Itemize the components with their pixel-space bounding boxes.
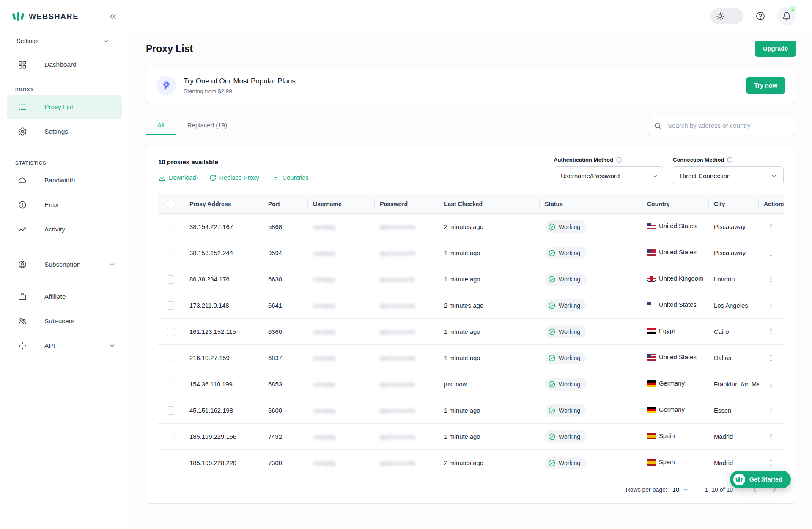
row-actions-menu-button[interactable] [764, 430, 778, 444]
sidebar-item-affiliate[interactable]: Affiliate [7, 284, 122, 309]
cell-actions [759, 345, 784, 371]
row-actions-menu-button[interactable] [764, 272, 778, 287]
rows-per-page-select[interactable]: 10 [672, 486, 689, 493]
row-checkbox[interactable] [167, 249, 175, 257]
theme-toggle[interactable] [710, 8, 743, 24]
cell-country: United States [642, 345, 709, 371]
sidebar-item-settings[interactable]: Settings [7, 119, 122, 144]
masked-password: djw2sndvur9d [380, 276, 415, 283]
user-circle-icon [17, 259, 27, 270]
row-checkbox[interactable] [167, 459, 175, 467]
kebab-menu-icon [767, 275, 775, 284]
row-checkbox[interactable] [167, 433, 175, 441]
countries-button[interactable]: Countries [272, 174, 309, 182]
search-input[interactable] [648, 116, 796, 135]
cell-last-checked: 2 minutes ago [439, 292, 540, 319]
row-actions-menu-button[interactable] [764, 351, 778, 365]
connection-method-label: Connection Method [673, 157, 724, 163]
webshare-logo[interactable]: WEBSHARE [12, 11, 79, 22]
chevron-down-icon [770, 172, 778, 180]
sidebar-item-api[interactable]: API [7, 333, 122, 358]
cell-country: United Kingdom [642, 266, 709, 292]
select-all-checkbox[interactable] [167, 200, 175, 208]
cell-country: Egypt [642, 319, 709, 345]
row-actions-menu-button[interactable] [764, 220, 778, 234]
connection-method-select[interactable]: Direct Connection [673, 166, 784, 185]
check-circle-icon [548, 354, 556, 362]
sidebar-item-error[interactable]: Error [7, 193, 122, 217]
masked-username: swrklpbp [313, 355, 335, 361]
table-header-row: Proxy AddressPortUsernamePasswordLast Ch… [158, 194, 784, 214]
pagination-range: 1–10 of 10 [705, 486, 733, 493]
masked-username: swrklpbp [313, 329, 335, 335]
help-button[interactable] [754, 9, 767, 23]
proxy-tabs: All Replaced (19) [146, 116, 239, 135]
row-actions-menu-button[interactable] [764, 377, 778, 391]
cell-proxy-address: 86.38.234.176 [184, 266, 263, 292]
notifications-button[interactable]: 1 [777, 7, 796, 25]
row-checkbox[interactable] [167, 301, 175, 310]
sidebar-item-dashboard[interactable]: Dashboard [7, 52, 122, 77]
check-circle-icon [548, 459, 556, 467]
check-circle-icon [548, 380, 556, 388]
row-actions-menu-button[interactable] [764, 403, 778, 418]
authentication-method-select[interactable]: Username/Password [554, 166, 664, 185]
cell-last-checked: 1 minute ago [439, 424, 540, 450]
refresh-icon [209, 174, 217, 182]
masked-username: swrklpbp [313, 303, 335, 309]
row-actions-menu-button[interactable] [764, 246, 778, 260]
sidebar-item-label: Proxy List [44, 103, 73, 111]
tab-all[interactable]: All [146, 116, 176, 135]
cell-actions [759, 397, 784, 424]
replace-proxy-button[interactable]: Replace Proxy [209, 174, 259, 182]
cell-actions [759, 424, 784, 450]
sidebar-collapse-button[interactable] [107, 11, 119, 22]
row-checkbox[interactable] [167, 223, 175, 231]
cell-password: djw2sndvur9d [375, 266, 439, 292]
dashboard-icon [17, 60, 27, 70]
sun-icon [716, 12, 724, 20]
masked-username: swrklpbp [313, 460, 335, 466]
row-checkbox[interactable] [167, 275, 175, 284]
app-root: WEBSHARE Settings Dashboard PROXY [0, 0, 812, 529]
row-actions-menu-button[interactable] [764, 298, 778, 313]
sidebar-item-subscription[interactable]: Subscription [7, 252, 122, 277]
sidebar-nav: Dashboard PROXY Proxy List Settings STAT… [0, 52, 129, 529]
users-icon [17, 316, 27, 326]
row-actions-menu-button[interactable] [764, 325, 778, 339]
list-icon [17, 102, 27, 112]
get-started-button[interactable]: Get Started [730, 471, 791, 488]
sidebar-item-bandwidth[interactable]: Bandwidth [7, 168, 122, 193]
sidebar-section-statistics: STATISTICS [15, 160, 129, 165]
sidebar-settings-dropdown[interactable]: Settings [0, 33, 129, 49]
row-checkbox[interactable] [167, 328, 175, 336]
cell-country: Spain [642, 450, 709, 476]
cell-password: djw2sndvur9d [375, 450, 439, 476]
sidebar-item-sub-users[interactable]: Sub-users [7, 309, 122, 333]
tab-replaced[interactable]: Replaced (19) [176, 116, 239, 135]
sidebar-item-activity[interactable]: Activity [7, 217, 122, 242]
row-checkbox[interactable] [167, 354, 175, 362]
sidebar-item-proxy-list[interactable]: Proxy List [7, 95, 122, 119]
status-badge: Working [545, 378, 586, 391]
webshare-logo-icon [12, 11, 25, 22]
kebab-menu-icon [767, 328, 775, 336]
api-icon [17, 341, 27, 351]
status-badge: Working [545, 457, 586, 469]
sidebar-item-label: Activity [44, 226, 65, 233]
cell-username: swrklpbp [308, 424, 375, 450]
masked-password: djw2sndvur9d [380, 250, 415, 256]
cell-username: swrklpbp [308, 214, 375, 240]
row-actions-menu-button[interactable] [764, 456, 778, 470]
row-checkbox[interactable] [167, 380, 175, 388]
row-checkbox[interactable] [167, 406, 175, 415]
cell-city: Essen [709, 397, 759, 424]
upgrade-button[interactable]: Upgrade [755, 41, 796, 57]
check-circle-icon [548, 407, 556, 414]
proxy-table-body: 38.154.227.167 5868 swrklpbp djw2sndvur9… [158, 214, 784, 476]
try-now-button[interactable]: Try now [746, 77, 785, 94]
download-button[interactable]: Download [158, 174, 196, 182]
cell-last-checked: 1 minute ago [439, 345, 540, 371]
column-header-last-checked: Last Checked [439, 194, 540, 214]
cell-port: 7492 [263, 424, 308, 450]
